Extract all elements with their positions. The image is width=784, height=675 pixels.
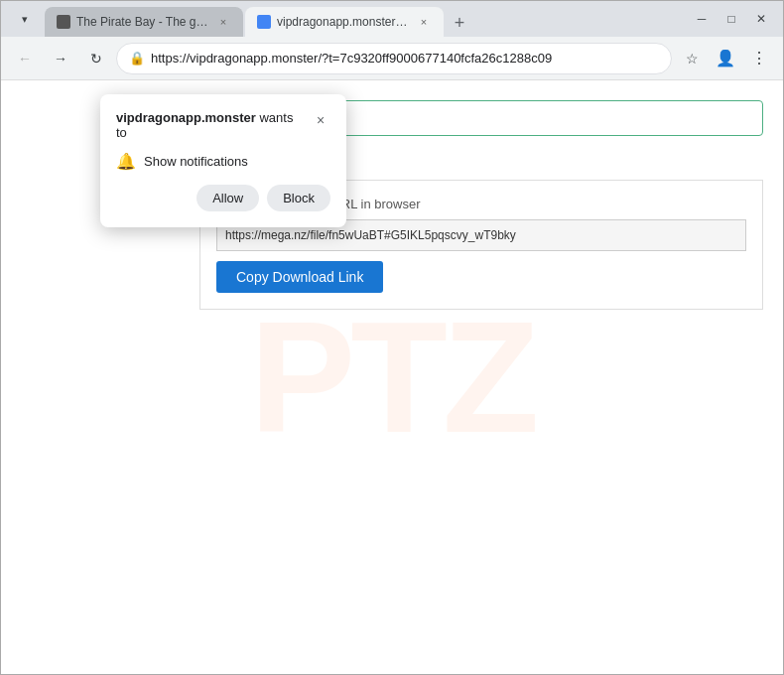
tab-pirate-bay[interactable]: The Pirate Bay - The galaxy's m... × [45,7,243,37]
new-tab-button[interactable]: + [446,9,473,37]
security-icon: 🔒 [129,51,145,66]
tab-title-pirate: The Pirate Bay - The galaxy's m... [76,15,209,29]
tab-vipdragon[interactable]: vipdragonapp.monster/?t=c9... × [245,7,444,37]
show-notifications-label: Show notifications [144,154,248,169]
window-controls: ─ □ ✕ [688,5,775,33]
close-button[interactable]: ✕ [747,5,775,33]
address-bar[interactable]: 🔒 https://vipdragonapp.monster/?t=7c9320… [116,43,672,74]
popup-action-buttons: Allow Block [116,185,330,211]
popup-close-button[interactable]: × [311,110,330,130]
maximize-button[interactable]: □ [718,5,745,33]
popup-site-name: vipdragonapp.monster [116,110,256,125]
tab-close-pirate[interactable]: × [215,14,231,30]
copy-download-button[interactable]: Copy Download Link [216,261,383,293]
notification-popup: vipdragonapp.monster wants to × 🔔 Show n… [100,94,346,227]
page-content: PTZ y/... : 2025 Copy and paste the URL … [1,80,783,674]
watermark: PTZ [249,286,534,469]
back-button[interactable]: ← [9,43,41,74]
block-button[interactable]: Block [267,185,330,211]
bookmark-button[interactable]: ☆ [676,43,708,74]
title-bar: ▾ The Pirate Bay - The galaxy's m... × v… [1,1,783,37]
tab-title-vip: vipdragonapp.monster/?t=c9... [277,15,410,29]
browser-window: ▾ The Pirate Bay - The galaxy's m... × v… [0,0,784,675]
popup-notification-row: 🔔 Show notifications [116,152,330,171]
tab-favicon-pirate [57,15,70,29]
tab-close-vip[interactable]: × [416,14,432,30]
tab-list: The Pirate Bay - The galaxy's m... × vip… [45,1,676,37]
minimize-button[interactable]: ─ [688,5,716,33]
profile-button[interactable]: 👤 [710,43,741,74]
allow-button[interactable]: Allow [196,185,259,211]
popup-title-text: vipdragonapp.monster wants to [116,110,311,140]
tab-favicon-vip [257,15,271,29]
nav-bar: ← → ↻ 🔒 https://vipdragonapp.monster/?t=… [1,37,783,80]
address-text: https://vipdragonapp.monster/?t=7c9320ff… [151,51,659,66]
bell-icon: 🔔 [116,152,136,171]
menu-button[interactable]: ⋮ [743,43,775,74]
reload-button[interactable]: ↻ [80,43,112,74]
forward-button[interactable]: → [45,43,76,74]
tab-dropdown-btn[interactable]: ▾ [9,3,41,35]
popup-header: vipdragonapp.monster wants to × [116,110,330,140]
nav-actions: ☆ 👤 ⋮ [676,43,775,74]
